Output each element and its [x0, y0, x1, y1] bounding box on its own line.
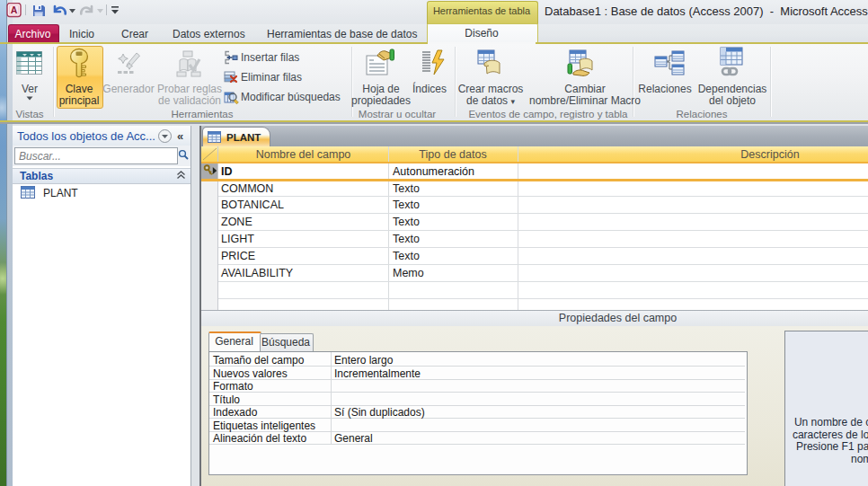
svg-text:A: A	[11, 4, 18, 15]
